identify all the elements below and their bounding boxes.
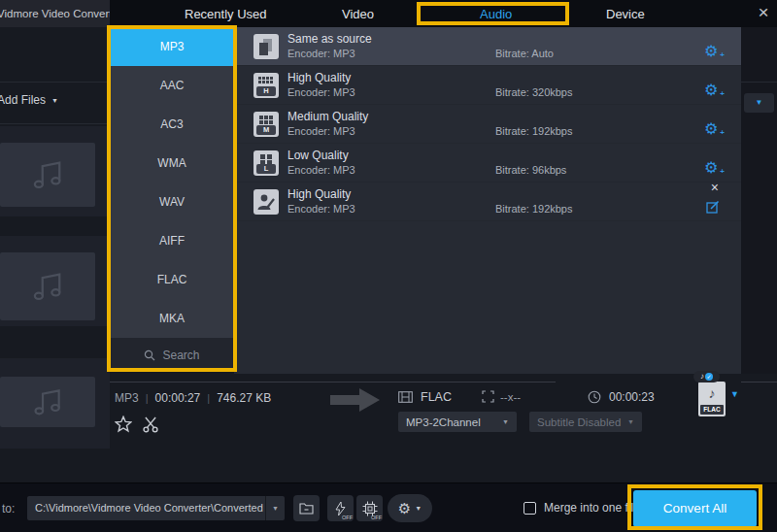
output-path-input[interactable]: C:\Vidmore\Vidmore Video Converter\Conve… (27, 496, 285, 520)
custom-profile-user-icon (253, 189, 279, 215)
music-note-icon: ♪ (698, 385, 726, 401)
selected-file-detail: MP3 | 00:00:27 | 746.27 KB (0, 374, 777, 482)
output-format: FLAC (421, 390, 452, 404)
tab-recently-used[interactable]: Recently Used (185, 7, 267, 21)
divider (0, 123, 110, 124)
profile-row-same-as-source[interactable]: Same as source Encoder: MP3 Bitrate: Aut… (234, 27, 741, 66)
cut-scissors-icon[interactable] (142, 416, 161, 435)
separator: | (207, 392, 210, 404)
output-duration-info: 00:00:23 (588, 390, 655, 404)
sidebar-item-ac3[interactable]: AC3 (110, 105, 234, 144)
open-folder-button[interactable] (293, 495, 320, 521)
settings-gear-icon[interactable]: ⚙+ (704, 160, 722, 178)
medium-quality-icon: M (253, 112, 279, 137)
background-right-strip: ▼ (741, 27, 777, 374)
audio-thumbnail[interactable] (0, 143, 95, 207)
output-duration: 00:00:23 (609, 390, 655, 404)
output-resolution: --x-- (500, 391, 521, 403)
low-quality-icon: L (253, 150, 279, 176)
cpu-acceleration-button[interactable]: OFF (356, 495, 383, 521)
profile-encoder: Encoder: MP3 (287, 125, 355, 137)
hardware-acceleration-button[interactable]: OFF (327, 495, 354, 521)
audio-thumbnail[interactable] (0, 252, 95, 320)
check-icon: ✓ (705, 373, 713, 381)
output-format-info: FLAC (398, 390, 452, 404)
profile-encoder: Encoder: MP3 (287, 164, 355, 176)
film-frame-icon (398, 391, 413, 403)
profile-title: Same as source (287, 32, 372, 46)
row-format-dropdown[interactable]: ▼ (744, 93, 774, 113)
edit-profile-icon[interactable] (706, 200, 720, 217)
profile-bitrate: Bitrate: 192kbps (495, 125, 573, 137)
close-icon[interactable]: × (751, 0, 776, 25)
quality-badge: M (256, 125, 276, 135)
profile-encoder: Encoder: MP3 (287, 86, 355, 98)
expand-icon (482, 390, 494, 403)
tab-device[interactable]: Device (606, 7, 645, 21)
sidebar-item-flac[interactable]: FLAC (110, 260, 234, 299)
off-label: OFF (342, 515, 353, 520)
profile-title: High Quality (287, 71, 351, 84)
add-files-button[interactable]: Add Files ▼ (0, 93, 58, 107)
profile-row-high-quality[interactable]: H High Quality Encoder: MP3 Bitrate: 320… (234, 66, 741, 105)
source-duration: 00:00:27 (155, 391, 201, 405)
profile-row-low-quality[interactable]: L Low Quality Encoder: MP3 Bitrate: 96kb… (234, 144, 741, 183)
profile-popup-tabbar: Recently Used Video Audio Device × (110, 0, 777, 27)
channel-select-value: MP3-2Channel (406, 416, 481, 428)
divider (110, 382, 556, 382)
same-as-source-icon (253, 34, 279, 59)
settings-button[interactable]: ⚙ ▼ (388, 494, 432, 522)
search-placeholder: Search (162, 349, 199, 362)
sidebar-item-mp3[interactable]: MP3 (110, 27, 234, 66)
sidebar-item-aac[interactable]: AAC (110, 66, 234, 105)
clock-icon (588, 390, 601, 404)
gear-icon: ⚙ (398, 500, 411, 517)
chevron-down-icon: ▼ (51, 97, 58, 104)
folder-icon (299, 502, 314, 515)
channel-select[interactable]: MP3-2Channel ▼ (398, 412, 517, 432)
music-note-icon: ♪ (700, 372, 704, 382)
chevron-down-icon: ▼ (502, 418, 509, 425)
sidebar-item-wav[interactable]: WAV (110, 183, 234, 221)
effects-star-icon[interactable] (115, 416, 134, 435)
delete-profile-icon[interactable]: × (711, 181, 719, 194)
search-input[interactable]: Search (110, 338, 234, 372)
merge-checkbox[interactable] (524, 502, 536, 515)
subtitle-select-value: Subtitle Disabled (537, 416, 621, 428)
settings-gear-icon[interactable]: ⚙+ (704, 121, 722, 139)
source-format: MP3 (115, 391, 139, 405)
chevron-down-icon: ▼ (415, 505, 422, 512)
bottom-bar: to: C:\Vidmore\Vidmore Video Converter\C… (0, 482, 777, 532)
music-note-icon (27, 154, 68, 195)
profile-bitrate: Bitrate: 96kbps (495, 164, 566, 176)
chevron-down-icon: ▼ (756, 98, 763, 107)
chevron-down-icon: ▼ (627, 418, 634, 425)
sidebar-item-wma[interactable]: WMA (110, 144, 234, 183)
profile-row-medium-quality[interactable]: M Medium Quality Encoder: MP3 Bitrate: 1… (234, 105, 741, 144)
active-tab-underline (424, 21, 557, 23)
output-file-icon[interactable]: ♪ FLAC (698, 382, 726, 416)
settings-gear-icon[interactable]: ⚙+ (704, 83, 722, 100)
output-format-dropdown[interactable]: ▼ (730, 389, 739, 399)
sidebar-item-aiff[interactable]: AIFF (110, 221, 234, 260)
tab-video[interactable]: Video (342, 7, 374, 21)
add-files-label: Add Files (0, 93, 46, 107)
save-to-label: to: (2, 502, 15, 515)
profile-encoder: Encoder: MP3 (287, 203, 355, 215)
divider (0, 82, 110, 83)
convert-arrow-icon (330, 385, 381, 418)
subtitle-select[interactable]: Subtitle Disabled ▼ (529, 412, 642, 432)
path-dropdown[interactable]: ▼ (265, 496, 285, 520)
converted-status-pill: ♪ ✓ (693, 371, 720, 382)
tab-audio[interactable]: Audio (480, 7, 512, 21)
convert-all-button[interactable]: Convert All (633, 490, 757, 527)
profile-row-custom-high-quality[interactable]: High Quality Encoder: MP3 Bitrate: 192kb… (234, 183, 741, 221)
source-info: MP3 | 00:00:27 | 746.27 KB (115, 391, 271, 405)
sidebar-item-mka[interactable]: MKA (110, 299, 234, 338)
chevron-down-icon: ▼ (272, 505, 279, 512)
profile-bitrate: Bitrate: Auto (495, 48, 554, 59)
settings-gear-icon[interactable]: ⚙+ (704, 44, 722, 61)
profile-title: High Quality (287, 187, 351, 201)
output-file-badge: FLAC (700, 405, 724, 415)
search-icon (144, 349, 155, 361)
